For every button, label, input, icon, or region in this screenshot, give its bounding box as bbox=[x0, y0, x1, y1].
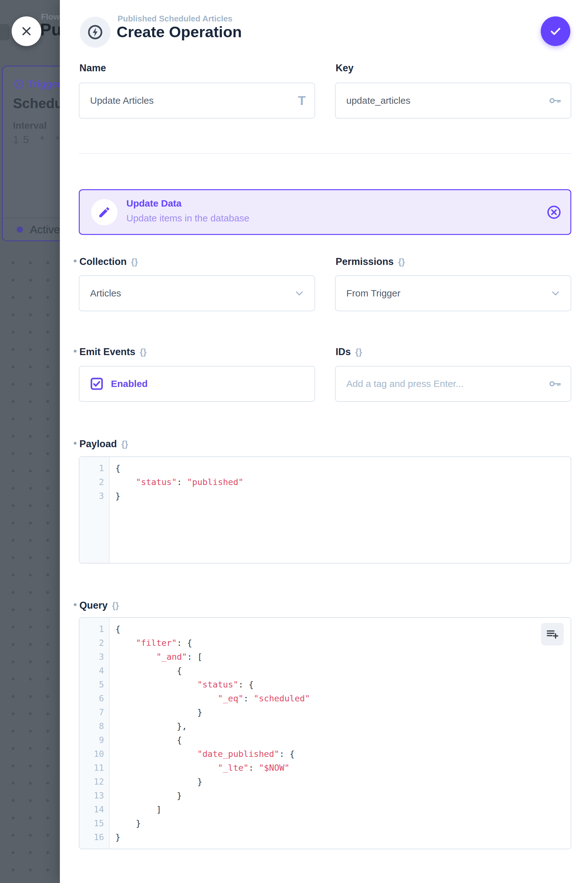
bolt-circle-icon bbox=[14, 79, 24, 90]
name-label: Name bbox=[80, 62, 106, 74]
cancel-circle-icon bbox=[546, 205, 561, 220]
collection-label-text: Collection bbox=[80, 256, 127, 268]
canvas-dot-grid bbox=[0, 248, 60, 883]
key-label-text: Key bbox=[336, 62, 354, 74]
close-icon bbox=[20, 25, 33, 38]
permissions-label: Permissions {} bbox=[336, 256, 405, 268]
required-dot bbox=[74, 603, 76, 606]
ids-tag-input-placeholder[interactable]: Add a tag and press Enter... bbox=[346, 366, 464, 401]
ids-label: IDs {} bbox=[336, 346, 362, 358]
required-dot bbox=[74, 442, 76, 445]
app-root: Flows Pu Trigger Schedul Interval 15 * *… bbox=[0, 0, 588, 883]
query-line-numbers: 12345678910111213141516 bbox=[80, 618, 110, 848]
name-input[interactable]: Update Articles bbox=[90, 83, 154, 118]
status-dot-icon bbox=[17, 226, 23, 233]
collection-select[interactable]: Articles bbox=[79, 275, 315, 311]
payload-label-text: Payload bbox=[80, 438, 117, 450]
save-operation-button[interactable] bbox=[541, 17, 570, 46]
background-page-title: Pu bbox=[40, 20, 60, 39]
collection-select-value: Articles bbox=[90, 276, 121, 311]
key-input[interactable]: update_articles bbox=[346, 83, 410, 118]
key-input-wrapper: update_articles bbox=[335, 83, 571, 119]
trigger-badge: Trigger bbox=[14, 78, 60, 90]
operation-type-title: Update Data bbox=[126, 198, 182, 209]
payload-line-numbers: 123 bbox=[80, 457, 110, 563]
trigger-card-footer: Active bbox=[3, 218, 60, 240]
required-dot bbox=[74, 260, 76, 262]
payload-code-content[interactable]: { "status": "published"} bbox=[110, 457, 571, 563]
check-icon bbox=[548, 24, 563, 39]
background-page-dimmed: Flows Pu Trigger Schedul Interval 15 * *… bbox=[0, 0, 60, 883]
ids-label-text: IDs bbox=[336, 346, 351, 358]
emit-events-checkbox-field[interactable]: Enabled bbox=[79, 366, 315, 402]
playlist-add-icon bbox=[546, 627, 560, 641]
key-icon bbox=[548, 366, 562, 401]
braces-icon[interactable]: {} bbox=[398, 257, 405, 267]
query-label-text: Query bbox=[80, 600, 108, 611]
trigger-panel-card[interactable]: Trigger Schedul Interval 15 * * * * Acti… bbox=[2, 66, 60, 241]
checkbox-checked-icon[interactable] bbox=[90, 376, 104, 391]
create-operation-drawer: Published Scheduled Articles Create Oper… bbox=[60, 0, 588, 883]
collection-label: Collection {} bbox=[80, 256, 138, 268]
trigger-type-label: Interval bbox=[13, 120, 46, 131]
emit-events-label-text: Emit Events bbox=[80, 346, 135, 358]
flow-status-toggle[interactable]: Active bbox=[17, 223, 60, 236]
name-label-text: Name bbox=[80, 62, 106, 74]
key-label: Key bbox=[336, 62, 354, 74]
query-code-content[interactable]: { "filter": { "_and": [ { "status": { "_… bbox=[110, 618, 571, 848]
required-dot bbox=[74, 350, 76, 353]
trigger-cron-value: 15 * * * * bbox=[13, 133, 60, 146]
pencil-icon bbox=[91, 199, 117, 226]
close-drawer-button[interactable] bbox=[12, 17, 41, 46]
braces-icon[interactable]: {} bbox=[140, 347, 147, 357]
braces-icon[interactable]: {} bbox=[355, 347, 362, 357]
query-code-editor[interactable]: 12345678910111213141516 { "filter": { "_… bbox=[79, 617, 571, 849]
ids-tag-input-wrapper: Add a tag and press Enter... bbox=[335, 366, 571, 402]
permissions-select-value: From Trigger bbox=[346, 276, 400, 311]
braces-icon[interactable]: {} bbox=[112, 600, 119, 611]
query-label: Query {} bbox=[80, 600, 119, 611]
enabled-checkbox-label: Enabled bbox=[111, 366, 148, 401]
trigger-card-title: Schedul bbox=[13, 96, 60, 111]
braces-icon[interactable]: {} bbox=[131, 257, 138, 267]
payload-code-editor[interactable]: 123 { "status": "published"} bbox=[79, 456, 571, 564]
title-case-icon[interactable]: T bbox=[298, 83, 306, 118]
drawer-title: Create Operation bbox=[117, 23, 242, 41]
key-icon bbox=[548, 83, 562, 118]
remove-operation-type-button[interactable] bbox=[546, 205, 561, 220]
operation-avatar bbox=[80, 17, 111, 48]
bolt-circle-icon bbox=[86, 23, 104, 41]
permissions-label-text: Permissions bbox=[336, 256, 394, 268]
back-button-dimmed bbox=[0, 24, 9, 41]
trigger-badge-label: Trigger bbox=[28, 78, 60, 90]
payload-label: Payload {} bbox=[80, 438, 128, 450]
permissions-select[interactable]: From Trigger bbox=[335, 275, 571, 311]
add-field-template-button[interactable] bbox=[541, 623, 564, 645]
status-label: Active bbox=[30, 223, 60, 236]
braces-icon[interactable]: {} bbox=[122, 439, 128, 449]
drawer-breadcrumb: Published Scheduled Articles bbox=[117, 14, 232, 24]
operation-type-banner[interactable]: Update Data Update items in the database bbox=[79, 189, 571, 235]
name-input-wrapper: Update Articles T bbox=[79, 83, 315, 119]
chevron-down-icon bbox=[293, 276, 306, 311]
emit-events-label: Emit Events {} bbox=[80, 346, 147, 358]
operation-type-description: Update items in the database bbox=[126, 213, 249, 224]
section-divider bbox=[79, 153, 571, 154]
chevron-down-icon bbox=[549, 276, 562, 311]
